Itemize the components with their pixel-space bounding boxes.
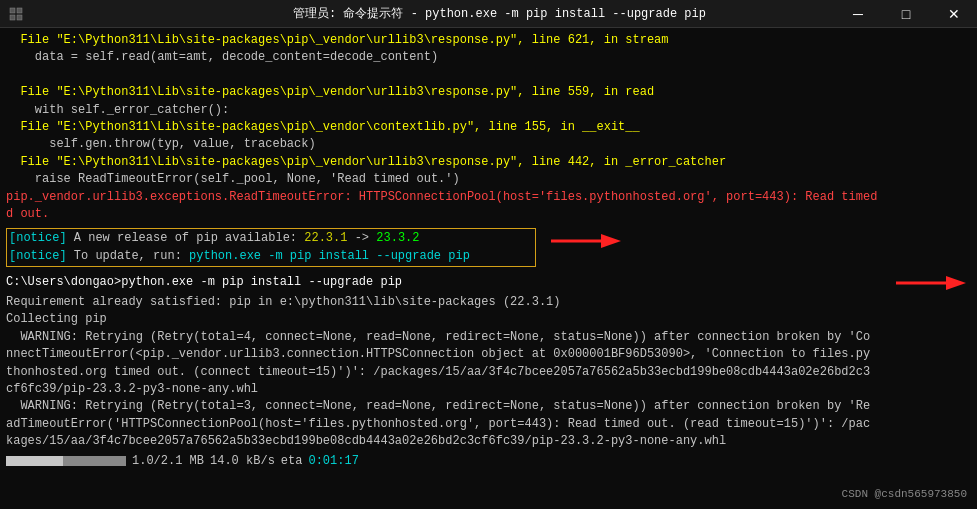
close-button[interactable]: ✕ — [931, 0, 977, 28]
progress-speed: 14.0 kB/s — [210, 453, 275, 470]
warn-line-2: nnectTimeoutError(<pip._vendor.urllib3.c… — [6, 346, 971, 363]
error-line-1: File "E:\Python311\Lib\site-packages\pip… — [6, 32, 971, 49]
progress-track — [6, 456, 126, 466]
minimize-button[interactable]: ─ — [835, 0, 881, 28]
title-bar: 管理员: 命令提示符 - python.exe -m pip install -… — [0, 0, 977, 28]
notice-arrow — [546, 226, 626, 256]
warn-line-4: cf6fc39/pip-23.3.2-py3-none-any.whl — [6, 381, 971, 398]
warn-line-5: WARNING: Retrying (Retry(total=3, connec… — [6, 398, 971, 415]
warn-line-7: kages/15/aa/3f4c7bcee2057a76562a5b33ecbd… — [6, 433, 971, 450]
error-line-3: File "E:\Python311\Lib\site-packages\pip… — [6, 84, 971, 101]
notice-section: [notice] A new release of pip available:… — [6, 226, 971, 269]
progress-section: 1.0/2.1 MB 14.0 kB/s eta 0:01:17 — [6, 453, 971, 470]
timeout-error-2: d out. — [6, 206, 971, 223]
empty-1 — [6, 67, 971, 84]
command-section: C:\Users\dongao>python.exe -m pip instal… — [6, 272, 971, 294]
window-controls[interactable]: ─ □ ✕ — [835, 0, 977, 28]
progress-amount: 1.0/2.1 MB — [132, 453, 204, 470]
cmd-prompt: C:\Users\dongao>python.exe -m pip instal… — [6, 274, 881, 291]
timeout-error-1: pip._vendor.urllib3.exceptions.ReadTimeo… — [6, 189, 971, 206]
progress-fill — [6, 456, 63, 466]
warn-line-6: adTimeoutError('HTTPSConnectionPool(host… — [6, 416, 971, 433]
svg-marker-7 — [946, 276, 966, 290]
title-text: 管理员: 命令提示符 - python.exe -m pip install -… — [30, 5, 969, 22]
warn-line-1: WARNING: Retrying (Retry(total=4, connec… — [6, 329, 971, 346]
maximize-button[interactable]: □ — [883, 0, 929, 28]
notice-line-1: [notice] A new release of pip available:… — [9, 230, 533, 247]
svg-rect-2 — [10, 15, 15, 20]
error-line-7: File "E:\Python311\Lib\site-packages\pip… — [6, 154, 971, 171]
command-block: C:\Users\dongao>python.exe -m pip instal… — [6, 274, 881, 291]
svg-marker-5 — [601, 234, 621, 248]
svg-rect-0 — [10, 8, 15, 13]
progress-eta-label: eta — [281, 453, 303, 470]
svg-rect-1 — [17, 8, 22, 13]
notice-box: [notice] A new release of pip available:… — [6, 228, 536, 267]
warn-line-3: thonhosted.org timed out. (connect timeo… — [6, 364, 971, 381]
csdn-watermark: CSDN @csdn565973850 — [842, 487, 967, 503]
terminal-area: File "E:\Python311\Lib\site-packages\pip… — [0, 28, 977, 509]
error-line-4: with self._error_catcher(): — [6, 102, 971, 119]
error-line-5: File "E:\Python311\Lib\site-packages\pip… — [6, 119, 971, 136]
error-line-8: raise ReadTimeoutError(self._pool, None,… — [6, 171, 971, 188]
req-satisfied: Requirement already satisfied: pip in e:… — [6, 294, 971, 311]
error-line-6: self.gen.throw(typ, value, traceback) — [6, 136, 971, 153]
error-line-2: data = self.read(amt=amt, decode_content… — [6, 49, 971, 66]
svg-rect-3 — [17, 15, 22, 20]
progress-eta-value: 0:01:17 — [308, 453, 358, 470]
cmd-arrow — [891, 272, 971, 294]
window-icon — [8, 6, 24, 22]
collecting: Collecting pip — [6, 311, 971, 328]
notice-line-2: [notice] To update, run: python.exe -m p… — [9, 248, 533, 265]
